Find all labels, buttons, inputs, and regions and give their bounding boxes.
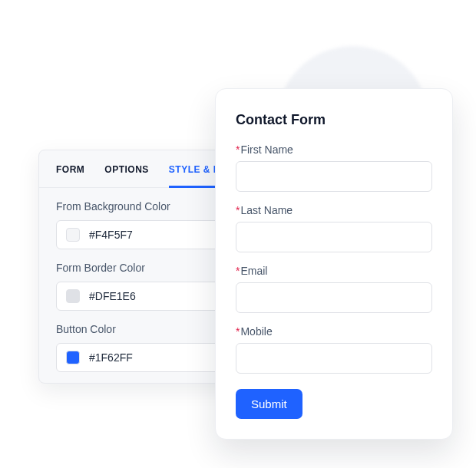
- email-label-text: Email: [240, 265, 267, 277]
- bg-color-swatch: [66, 228, 80, 242]
- mobile-input[interactable]: [236, 343, 432, 374]
- button-color-value: #1F62FF: [89, 351, 133, 364]
- contact-form-card: Contact Form *First Name *Last Name *Ema…: [215, 88, 453, 440]
- last-name-label-text: Last Name: [240, 204, 293, 216]
- last-name-label: *Last Name: [236, 204, 432, 216]
- email-input[interactable]: [236, 282, 432, 313]
- last-name-field: *Last Name: [236, 204, 432, 252]
- tab-options[interactable]: OPTIONS: [104, 164, 149, 187]
- mobile-field: *Mobile: [236, 325, 432, 374]
- last-name-input[interactable]: [236, 222, 432, 252]
- first-name-input[interactable]: [236, 161, 432, 192]
- required-mark: *: [236, 204, 240, 216]
- tab-style[interactable]: STYLE & P: [169, 164, 220, 188]
- submit-button[interactable]: Submit: [236, 389, 302, 419]
- border-color-value: #DFE1E6: [89, 290, 136, 302]
- required-mark: *: [236, 325, 240, 338]
- bg-color-value: #F4F5F7: [89, 229, 133, 241]
- border-color-swatch: [66, 289, 80, 303]
- required-mark: *: [236, 265, 240, 277]
- button-color-swatch: [66, 351, 80, 364]
- email-field: *Email: [236, 265, 432, 313]
- card-title: Contact Form: [236, 112, 432, 128]
- first-name-field: *First Name: [236, 143, 432, 192]
- mobile-label: *Mobile: [236, 325, 432, 338]
- required-mark: *: [236, 143, 240, 156]
- first-name-label: *First Name: [236, 143, 432, 156]
- tab-form[interactable]: FORM: [56, 164, 84, 187]
- email-label: *Email: [236, 265, 432, 277]
- first-name-label-text: First Name: [240, 143, 293, 156]
- mobile-label-text: Mobile: [240, 325, 272, 338]
